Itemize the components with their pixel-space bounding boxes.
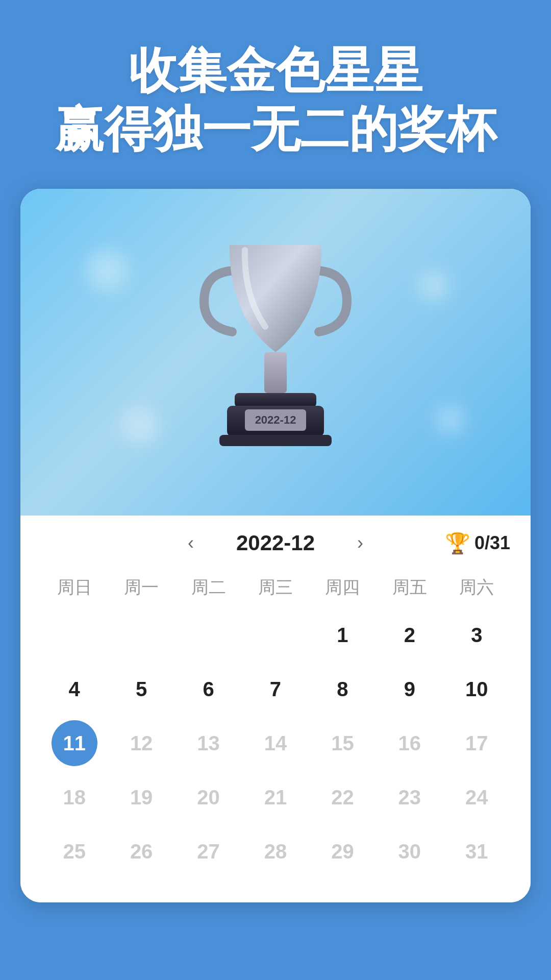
- day-cell[interactable]: 6: [175, 664, 242, 715]
- day-cell[interactable]: 20: [175, 772, 242, 823]
- day-cell[interactable]: 8: [309, 664, 376, 715]
- day-cell[interactable]: 30: [376, 826, 443, 877]
- trophy-badge-icon: 🏆: [445, 531, 470, 555]
- main-card: 2022-12 ‹ 2022-12 › 🏆 0/31 周日周一周二周三周四周五周…: [20, 189, 531, 902]
- day-cell[interactable]: 22: [309, 772, 376, 823]
- svg-rect-0: [264, 352, 287, 393]
- day-cell[interactable]: 19: [108, 772, 174, 823]
- day-cell[interactable]: 10: [443, 664, 510, 715]
- day-cell: [175, 609, 242, 660]
- day-cell[interactable]: 13: [175, 718, 242, 769]
- day-cell: [242, 609, 309, 660]
- day-cell[interactable]: 17: [443, 718, 510, 769]
- month-label: 2022-12: [209, 531, 342, 555]
- calendar-section: ‹ 2022-12 › 🏆 0/31 周日周一周二周三周四周五周六 123456…: [20, 516, 531, 902]
- day-cell[interactable]: 28: [242, 826, 309, 877]
- day-cell[interactable]: 25: [41, 826, 108, 877]
- weekday-label: 周一: [108, 571, 174, 604]
- day-cell[interactable]: 1: [309, 609, 376, 660]
- day-cell[interactable]: 21: [242, 772, 309, 823]
- weekday-label: 周二: [175, 571, 242, 604]
- day-cell[interactable]: 16: [376, 718, 443, 769]
- days-grid: 1234567891011121314151617181920212223242…: [41, 609, 510, 877]
- trophy-container: 2022-12: [189, 225, 362, 480]
- weekday-label: 周五: [376, 571, 443, 604]
- day-cell[interactable]: 12: [108, 718, 174, 769]
- header-line1: 收集金色星星: [0, 41, 551, 100]
- day-cell[interactable]: 23: [376, 772, 443, 823]
- glow-orb-bottom-right: [436, 406, 464, 434]
- trophy-icon: 2022-12: [189, 225, 362, 480]
- day-cell[interactable]: 5: [108, 664, 174, 715]
- trophy-count: 0/31: [474, 532, 510, 554]
- day-cell[interactable]: 11: [41, 718, 108, 769]
- weekday-label: 周三: [242, 571, 309, 604]
- day-cell[interactable]: 9: [376, 664, 443, 715]
- day-cell[interactable]: 18: [41, 772, 108, 823]
- calendar-nav: ‹ 2022-12 › 🏆 0/31: [41, 531, 510, 555]
- weekday-label: 周六: [443, 571, 510, 604]
- day-cell[interactable]: 2: [376, 609, 443, 660]
- glow-orb-top-right: [418, 271, 449, 301]
- glow-orb-top-left: [87, 250, 128, 291]
- day-cell: [108, 609, 174, 660]
- day-cell[interactable]: 29: [309, 826, 376, 877]
- day-cell[interactable]: 3: [443, 609, 510, 660]
- trophy-badge: 🏆 0/31: [445, 531, 510, 555]
- day-cell[interactable]: 24: [443, 772, 510, 823]
- weekdays-header: 周日周一周二周三周四周五周六: [41, 571, 510, 604]
- day-cell[interactable]: 14: [242, 718, 309, 769]
- svg-rect-1: [235, 393, 316, 407]
- day-cell[interactable]: 26: [108, 826, 174, 877]
- header: 收集金色星星 赢得独一无二的奖杯: [0, 0, 551, 189]
- next-month-button[interactable]: ›: [342, 532, 379, 554]
- svg-rect-3: [219, 435, 332, 446]
- weekday-label: 周日: [41, 571, 108, 604]
- day-cell[interactable]: 15: [309, 718, 376, 769]
- weekday-label: 周四: [309, 571, 376, 604]
- header-line2: 赢得独一无二的奖杯: [0, 100, 551, 158]
- day-cell[interactable]: 7: [242, 664, 309, 715]
- day-cell[interactable]: 27: [175, 826, 242, 877]
- day-cell: [41, 609, 108, 660]
- svg-text:2022-12: 2022-12: [255, 413, 296, 426]
- day-cell[interactable]: 4: [41, 664, 108, 715]
- prev-month-button[interactable]: ‹: [172, 532, 209, 554]
- glow-orb-bottom-left: [122, 408, 158, 444]
- day-cell[interactable]: 31: [443, 826, 510, 877]
- trophy-section: 2022-12: [20, 189, 531, 516]
